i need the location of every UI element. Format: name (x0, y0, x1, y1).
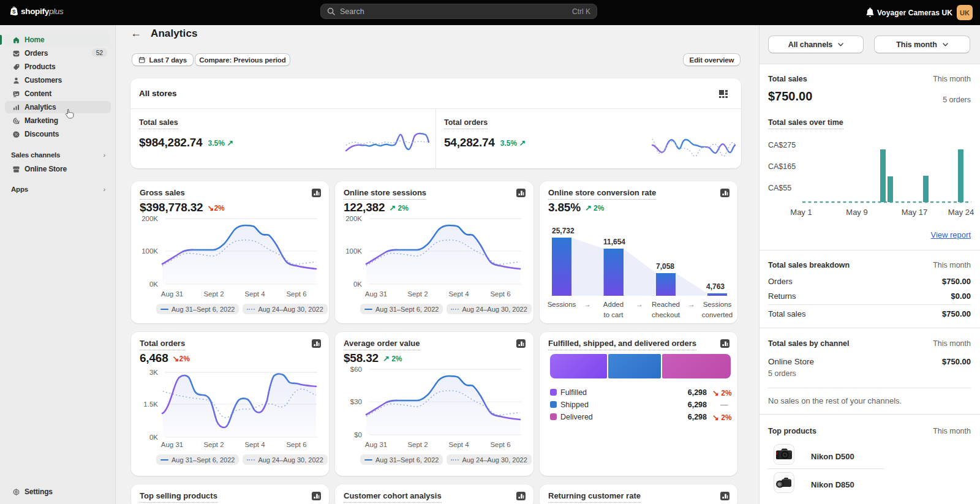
svg-text:Sept 2: Sept 2 (203, 441, 224, 448)
svg-text:Sessions: Sessions (703, 301, 732, 308)
svg-text:0K: 0K (353, 280, 362, 288)
svg-text:7,058: 7,058 (656, 262, 674, 271)
svg-text:Aug 31: Aug 31 (161, 290, 183, 298)
svg-text:1.5K: 1.5K (143, 401, 158, 408)
svg-text:4,763: 4,763 (706, 282, 725, 291)
svg-text:Sept 6: Sept 6 (490, 441, 510, 448)
svg-text:May 24: May 24 (948, 208, 974, 217)
svg-text:May 17: May 17 (902, 208, 928, 217)
svg-text:Sept 4: Sept 4 (244, 441, 265, 448)
svg-text:Sept 4: Sept 4 (244, 290, 265, 298)
svg-text:$0: $0 (354, 431, 362, 438)
svg-text:Sept 4: Sept 4 (448, 441, 469, 448)
svg-text:11,654: 11,654 (603, 238, 625, 246)
svg-text:→: → (584, 300, 591, 309)
svg-text:Aug 31: Aug 31 (365, 290, 387, 298)
svg-text:Aug 31: Aug 31 (161, 441, 183, 448)
svg-text:$60: $60 (350, 366, 362, 373)
svg-text:$30: $30 (350, 398, 362, 405)
svg-text:converted: converted (702, 311, 733, 318)
svg-text:Reached: Reached (652, 301, 680, 308)
svg-text:CA$55: CA$55 (768, 184, 791, 192)
svg-text:3K: 3K (149, 369, 158, 376)
svg-text:checkout: checkout (652, 311, 680, 318)
svg-text:Sept 2: Sept 2 (407, 290, 428, 298)
svg-text:to cart: to cart (604, 311, 624, 318)
svg-text:CA$165: CA$165 (768, 162, 796, 171)
svg-text:Aug 31: Aug 31 (365, 441, 387, 448)
svg-text:0K: 0K (149, 434, 158, 441)
svg-text:Added: Added (603, 301, 624, 308)
svg-text:Sessions: Sessions (548, 301, 576, 308)
svg-text:Sept 6: Sept 6 (286, 290, 306, 298)
svg-text:Sept 2: Sept 2 (407, 441, 428, 448)
svg-text:S: S (12, 9, 16, 15)
svg-text:Sept 6: Sept 6 (490, 290, 510, 298)
svg-text:200K: 200K (345, 215, 362, 222)
svg-text:25,732: 25,732 (552, 227, 575, 235)
svg-text:CA$275: CA$275 (768, 141, 796, 149)
svg-text:100K: 100K (345, 247, 362, 255)
svg-text:→: → (688, 300, 695, 309)
svg-text:May 9: May 9 (846, 208, 867, 217)
svg-text:Sept 4: Sept 4 (448, 290, 469, 298)
svg-text:100K: 100K (141, 247, 158, 255)
svg-text:→: → (636, 300, 643, 309)
svg-text:200K: 200K (141, 215, 158, 222)
svg-text:Sept 6: Sept 6 (286, 441, 306, 448)
svg-text:Sept 2: Sept 2 (203, 290, 224, 298)
svg-text:May 1: May 1 (790, 208, 812, 217)
svg-text:0K: 0K (149, 280, 158, 288)
